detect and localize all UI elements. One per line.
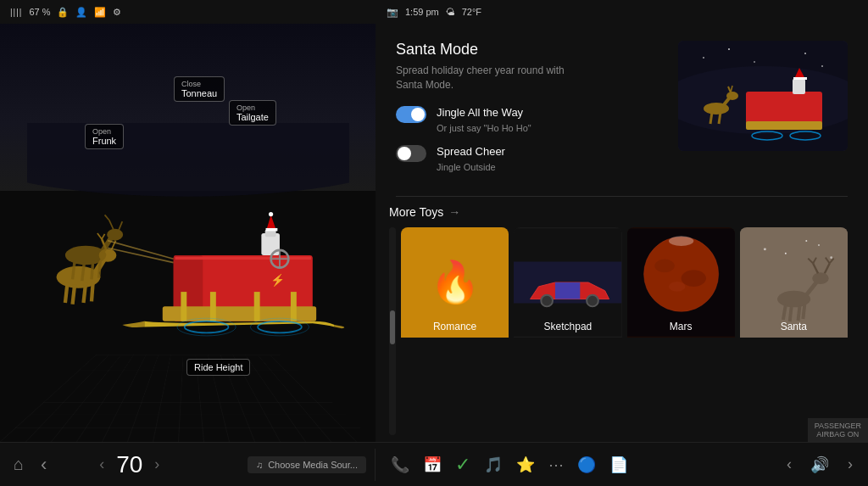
speed-display: ‹ 70 ›: [99, 451, 159, 478]
scrollbar-thumb: [390, 310, 395, 344]
frunk-name: Frunk: [92, 136, 116, 146]
svg-line-86: [789, 306, 791, 321]
volume-left-arrow[interactable]: ‹: [780, 452, 798, 477]
spread-cheer-toggle[interactable]: [396, 145, 426, 162]
svg-line-3: [72, 284, 75, 304]
svg-point-50: [821, 65, 823, 67]
spread-cheer-name: Spread Cheer: [437, 145, 505, 158]
santa-info: Santa Mode Spread holiday cheer year rou…: [396, 41, 661, 182]
settings-icon: ⚙: [113, 7, 121, 18]
toys-container: 🔥 Romance: [389, 227, 848, 435]
main-content: ⚡ Close Tonneau Open Tailgate Open Frunk…: [0, 24, 868, 442]
toy-card-mars[interactable]: Mars: [627, 227, 735, 435]
svg-point-77: [668, 236, 693, 246]
phone-icon[interactable]: 📞: [384, 452, 416, 478]
svg-line-54: [719, 112, 721, 124]
santa-label: Santa: [740, 321, 848, 332]
star-icon[interactable]: ⭐: [509, 452, 542, 478]
toy-sketchpad-inner: Sketchpad: [514, 227, 621, 338]
jingle-name: Jingle All the Way: [437, 106, 523, 119]
weather-icon: 🌤: [446, 7, 455, 17]
svg-line-5: [92, 282, 93, 301]
spread-cheer-subtitle: Jingle Outside: [437, 162, 496, 172]
toys-scrollbar[interactable]: [389, 227, 396, 435]
toy-card-sketchpad[interactable]: Sketchpad: [514, 227, 621, 435]
svg-point-83: [818, 244, 820, 246]
svg-point-32: [184, 321, 228, 332]
more-toys-header[interactable]: More Toys →: [389, 205, 848, 219]
svg-point-82: [785, 252, 787, 254]
svg-rect-31: [290, 292, 296, 321]
bluetooth-icon[interactable]: 🔵: [570, 452, 603, 478]
toy-card-romance[interactable]: 🔥 Romance: [401, 227, 509, 435]
home-icon[interactable]: ⌂: [8, 450, 29, 479]
romance-label: Romance: [401, 321, 509, 332]
svg-point-80: [805, 240, 807, 242]
checkmark-icon[interactable]: ✓: [448, 450, 477, 479]
speed-increase[interactable]: ›: [154, 455, 159, 473]
santa-preview: [678, 41, 848, 151]
svg-text:⚡: ⚡: [270, 273, 285, 288]
jingle-toggle-text: Jingle All the Way Or just say "Ho Ho Ho…: [437, 104, 531, 135]
tonneau-name: Tonneau: [181, 88, 217, 98]
ride-height-label[interactable]: Ride Height: [186, 359, 250, 376]
svg-rect-60: [746, 121, 822, 130]
svg-point-18: [107, 228, 123, 240]
toy-santa-inner: Santa: [740, 227, 848, 338]
wifi-icon: 📶: [94, 7, 106, 18]
tonneau-label[interactable]: Close Tonneau: [174, 76, 225, 102]
svg-line-88: [803, 304, 804, 319]
svg-point-79: [764, 248, 766, 250]
svg-point-48: [754, 61, 755, 63]
sleigh-scene: ⚡: [0, 58, 376, 408]
svg-line-53: [710, 112, 712, 124]
calendar-icon[interactable]: 📅: [416, 452, 448, 478]
media-source-label: Choose Media Sour...: [268, 460, 358, 470]
back-arrow[interactable]: ‹: [36, 449, 52, 481]
jingle-toggle[interactable]: [396, 106, 426, 123]
svg-point-47: [728, 48, 730, 50]
santa-mode-section: Santa Mode Spread holiday cheer year rou…: [376, 24, 868, 196]
svg-point-40: [269, 211, 273, 215]
frunk-label[interactable]: Open Frunk: [85, 124, 124, 149]
media-source[interactable]: ♫ Choose Media Sour...: [248, 456, 366, 473]
signal-strength: ||||: [10, 8, 22, 17]
svg-rect-63: [793, 79, 805, 94]
sketchpad-label: Sketchpad: [514, 321, 621, 332]
lock-icon: 🔒: [57, 7, 69, 18]
person-icon: 👤: [75, 7, 87, 18]
toy-card-santa[interactable]: Santa: [740, 227, 848, 435]
document-icon[interactable]: 📄: [603, 452, 635, 478]
airbag-line2: AIRBAG ON: [815, 430, 861, 439]
toy-romance-inner: 🔥 Romance: [401, 227, 509, 338]
jingle-subtitle: Or just say "Ho Ho Ho": [437, 123, 531, 133]
svg-line-87: [798, 305, 799, 321]
ride-height-name: Ride Height: [194, 362, 242, 372]
more-toys-arrow: →: [448, 205, 460, 219]
taskbar: ⌂ ‹ ‹ 70 › ♫ Choose Media Sour... 📞 📅 ✓ …: [0, 442, 868, 486]
volume-speaker-icon[interactable]: 🔊: [804, 452, 836, 478]
status-left: |||| 67 % 🔒 👤 📶 ⚙: [10, 7, 387, 18]
svg-line-21: [118, 221, 121, 230]
svg-rect-30: [253, 292, 259, 321]
svg-point-81: [830, 256, 832, 259]
jingle-toggle-knob: [411, 108, 425, 121]
romance-emoji: 🔥: [430, 259, 481, 306]
svg-point-76: [668, 282, 685, 292]
more-icon[interactable]: ⋯: [542, 452, 570, 478]
tailgate-label[interactable]: Open Tailgate: [229, 100, 276, 126]
airbag-line1: PASSENGER: [815, 422, 861, 430]
svg-point-0: [27, 123, 349, 197]
santa-mode-description: Spread holiday cheer year round withSant…: [396, 64, 661, 92]
speed-decrease[interactable]: ‹: [99, 455, 104, 473]
volume-right-arrow[interactable]: ›: [841, 452, 860, 477]
preview-illustration: [678, 41, 848, 151]
speed-value: 70: [116, 451, 142, 478]
svg-point-75: [681, 270, 705, 287]
left-panel: ⚡ Close Tonneau Open Tailgate Open Frunk…: [0, 24, 376, 442]
sleigh-illustration: ⚡: [27, 123, 349, 344]
svg-point-46: [703, 57, 704, 59]
spotify-icon[interactable]: 🎵: [477, 452, 509, 478]
svg-rect-26: [175, 256, 311, 259]
right-panel: Santa Mode Spread holiday cheer year rou…: [376, 24, 868, 442]
